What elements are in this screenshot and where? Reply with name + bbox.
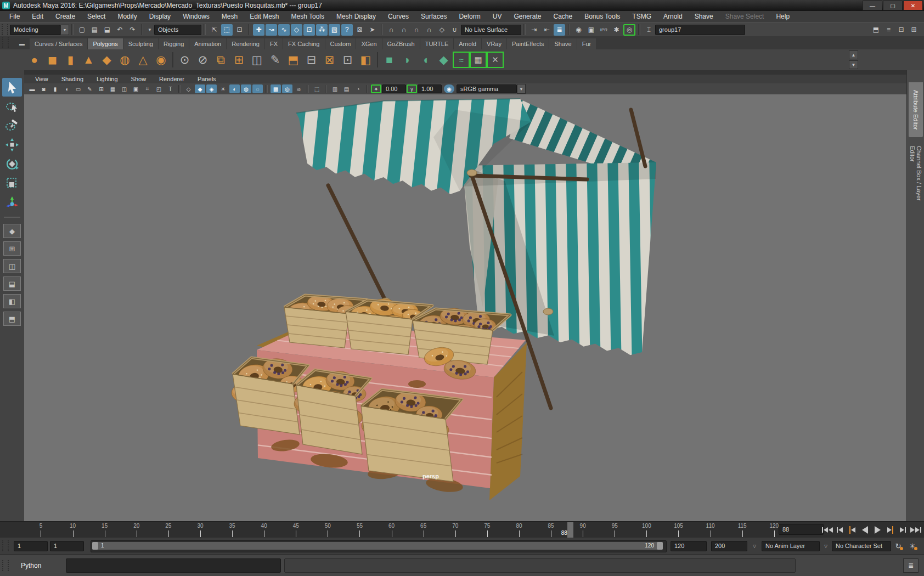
gate-mask-icon[interactable]: ▣ — [131, 84, 141, 93]
minimize-button[interactable]: — — [863, 1, 882, 10]
step-back-frame-button[interactable] — [846, 523, 859, 536]
tab-channel-box[interactable]: Channel Box / Layer Editor — [909, 140, 923, 223]
exposure-icon[interactable]: ✦ — [371, 84, 381, 93]
shelf-tab-fx-caching[interactable]: FX Caching — [283, 38, 324, 49]
motion-blur-icon[interactable]: ◌ — [252, 84, 263, 93]
isolate-select-icon[interactable]: ⬚ — [312, 84, 322, 93]
colorspace-dropdown-arrow[interactable]: ▼ — [517, 84, 526, 94]
maximize-button[interactable]: ▢ — [883, 1, 903, 10]
shelf-tab-rendering[interactable]: Rendering — [227, 38, 264, 49]
gamma-field[interactable]: 1.00 — [418, 84, 442, 93]
menu-mesh[interactable]: Mesh — [216, 12, 244, 21]
close-button[interactable]: ✕ — [903, 1, 923, 10]
graph-persp-layout-button[interactable]: ⬒ — [3, 312, 21, 326]
character-set-dropdown[interactable]: No Character Set — [832, 541, 891, 551]
redo-icon[interactable]: ↷ — [127, 24, 138, 36]
menu-shave[interactable]: Shave — [689, 12, 719, 21]
poly-sphere-icon[interactable]: ● — [25, 51, 43, 69]
2d-pan-zoom-icon[interactable]: ✎ — [84, 84, 95, 93]
three-pane-layout-button[interactable]: ◫ — [3, 259, 21, 273]
snap-projected-center-icon[interactable]: ∩ — [424, 24, 435, 36]
mirror-icon[interactable]: ◫ — [248, 51, 266, 69]
snap-view-plane-icon[interactable]: ◇ — [436, 24, 448, 36]
poly-torus-icon[interactable]: ◍ — [116, 51, 134, 69]
safe-title-icon[interactable]: T — [165, 84, 176, 93]
attribute-editor-toggle-icon[interactable]: ≡ — [883, 24, 894, 36]
bevel-icon[interactable]: ⬒ — [284, 51, 302, 69]
sequence-icon[interactable]: ◎ — [282, 84, 292, 93]
menu-mesh-display[interactable]: Mesh Display — [330, 12, 382, 21]
menu-arnold[interactable]: Arnold — [657, 12, 689, 21]
animation-preferences-button[interactable]: ✳ — [906, 540, 919, 551]
char-set-options-arrow[interactable]: ▽ — [824, 544, 827, 549]
select-tool[interactable] — [2, 78, 22, 97]
range-slider-track[interactable]: 1120 — [91, 540, 667, 552]
render-current-frame-icon[interactable]: ◉ — [573, 24, 584, 36]
shelf-tab-fur[interactable]: Fur — [577, 38, 596, 49]
step-back-key-button[interactable] — [833, 523, 846, 536]
script-editor-button[interactable]: ≣ — [903, 558, 919, 573]
shelf-tab-custom[interactable]: Custom — [325, 38, 356, 49]
title-bar[interactable]: M Autodesk Maya 2016: E:\Gilgamesh\Props… — [0, 0, 924, 11]
textured-icon[interactable]: ◈ — [206, 84, 217, 93]
single-pane-layout-button[interactable]: ◆ — [3, 224, 21, 238]
tool-settings-toggle-icon[interactable]: ⊟ — [895, 24, 907, 36]
fog-icon[interactable]: ≋ — [294, 84, 304, 93]
combine-icon[interactable]: ⊙ — [176, 51, 194, 69]
command-line-grip[interactable] — [2, 560, 9, 571]
select-component-icon[interactable]: ⊡ — [234, 24, 245, 36]
shelf-tab-vray[interactable]: VRay — [482, 38, 506, 49]
lasso-select-tool[interactable] — [2, 97, 22, 116]
shelf-tab-animation[interactable]: Animation — [189, 38, 226, 49]
grid-icon[interactable]: ⊞ — [96, 84, 106, 93]
rotate-tool[interactable] — [2, 155, 22, 173]
help-toggle-icon[interactable]: ? — [341, 24, 353, 36]
new-scene-icon[interactable]: ▢ — [76, 24, 88, 36]
joints-xray-icon[interactable]: ▤ — [341, 84, 352, 93]
open-scene-icon[interactable]: ▤ — [89, 24, 100, 36]
range-slider-grip[interactable] — [2, 540, 9, 551]
anim-layer-dropdown[interactable]: No Anim Layer — [762, 541, 820, 551]
menu-help[interactable]: Help — [770, 12, 796, 21]
paint-select-tool[interactable] — [2, 116, 22, 135]
exposure-field[interactable]: 0.00 — [382, 84, 406, 93]
sculpt-pinch-icon[interactable]: ◆ — [435, 51, 453, 69]
menu-mesh-tools[interactable]: Mesh Tools — [285, 12, 330, 21]
bridge-icon[interactable]: ⊟ — [302, 51, 320, 69]
field-chart-icon[interactable]: ⌗ — [142, 84, 153, 93]
view-transform-icon[interactable]: ◉ — [444, 84, 454, 93]
camera-lock-icon[interactable]: ◙ — [38, 84, 49, 93]
range-start-handle[interactable] — [92, 542, 98, 550]
undo-icon[interactable]: ↶ — [114, 24, 126, 36]
shelf-scroll-up-icon[interactable]: ▲ — [849, 50, 858, 59]
menu-tsmg[interactable]: TSMG — [626, 12, 657, 21]
camera-attributes-icon[interactable]: ▮ — [50, 84, 60, 93]
multi-cut-icon[interactable]: ⊠ — [320, 51, 339, 69]
render-view-icon[interactable]: ◎ — [623, 24, 635, 36]
last-tool-gizmo[interactable] — [2, 193, 22, 212]
poly-plane-icon[interactable]: ◆ — [98, 51, 116, 69]
menu-surfaces[interactable]: Surfaces — [415, 12, 453, 21]
animation-start-field[interactable]: 1 — [14, 541, 48, 551]
separate-icon[interactable]: ⊘ — [194, 51, 212, 69]
snap-point-icon[interactable]: ∩ — [411, 24, 422, 36]
poly-cone-icon[interactable]: ▲ — [80, 51, 98, 69]
command-language-label[interactable]: Python — [21, 562, 41, 569]
viewport-menu-shading[interactable]: Shading — [55, 75, 90, 83]
menu-generate[interactable]: Generate — [508, 12, 547, 21]
viewport-menu-lighting[interactable]: Lighting — [90, 75, 125, 83]
playback-start-field[interactable]: 1 — [50, 541, 84, 551]
menu-display[interactable]: Display — [143, 12, 177, 21]
poly-cube-icon[interactable]: ◼ — [43, 51, 61, 69]
current-frame-marker[interactable] — [567, 522, 573, 538]
render-settings-icon[interactable]: ✱ — [611, 24, 622, 36]
menu-deform[interactable]: Deform — [453, 12, 486, 21]
viewport-canvas[interactable]: y persp — [24, 94, 906, 521]
menu-create[interactable]: Create — [49, 12, 81, 21]
colorspace-dropdown[interactable]: sRGB gamma — [457, 84, 517, 93]
step-forward-frame-button[interactable] — [884, 523, 897, 536]
frame-toggle-icon[interactable]: ⊡ — [303, 24, 315, 36]
viewport-menu-view[interactable]: View — [29, 75, 55, 83]
status-line-grip[interactable] — [2, 24, 8, 35]
modeling-toolkit-toggle-icon[interactable]: ⬒ — [870, 24, 882, 36]
